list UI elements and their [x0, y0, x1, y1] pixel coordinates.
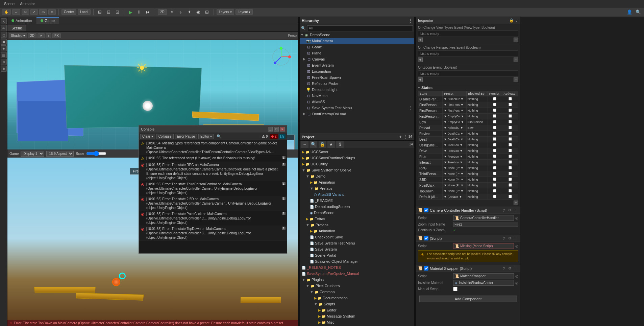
inspector-options-icon[interactable]: ⋮	[515, 18, 518, 23]
state-preset-7[interactable]: ▼ DeathCa ▼	[443, 137, 467, 142]
h-item-reflectionprobe[interactable]: ⊡ ReflectionProbe	[300, 80, 414, 87]
p-item-demoloading[interactable]: 📄 DemoLoadingScreen	[300, 204, 414, 210]
ms-inv-target-icon[interactable]: ◎	[515, 281, 518, 285]
activate-cb-6[interactable]	[509, 132, 512, 135]
h-item-plane[interactable]: ⊡ Plane	[300, 50, 414, 56]
hand-tool-btn[interactable]: ✋	[2, 9, 11, 15]
state-blocked-15[interactable]: Nothing	[466, 183, 488, 188]
p-item-uccsaverruntimepickups[interactable]: ▶ 📁 UCCSaverRuntimePickups	[300, 155, 414, 161]
toolbox-eye[interactable]: ◈	[1, 45, 7, 51]
state-blocked-2[interactable]: Nothing	[466, 108, 488, 114]
toolbox-rotate[interactable]: ↻	[1, 66, 7, 72]
sm-target-icon[interactable]: ◎	[515, 244, 518, 248]
state-activate-4[interactable]	[502, 119, 518, 125]
state-blocked-17[interactable]: Nothing	[466, 194, 488, 200]
hierarchy-search-input[interactable]	[307, 25, 413, 31]
state-preset-11[interactable]: ▼ FreeLoo ▼	[443, 160, 467, 165]
activate-cb-11[interactable]	[509, 160, 512, 164]
view-2d-btn[interactable]: 2D	[158, 9, 167, 15]
console-row-2[interactable]: ⊗ [10:01:35] Error: The state RPG on Mai…	[139, 162, 287, 181]
activate-cb-13[interactable]	[509, 172, 512, 175]
account-btn[interactable]: 👤	[626, 8, 633, 16]
h-item-eventsystem[interactable]: ⊡ EventSystem	[300, 62, 414, 68]
state-preset-8[interactable]: ▼ FreeLoo ▼	[443, 142, 467, 148]
hidden-btn[interactable]: ◉	[195, 8, 202, 16]
layers-btn[interactable]: Layers ▾	[217, 9, 234, 15]
p-item-misc[interactable]: ▶ 📁 Misc	[300, 319, 414, 325]
ms-more-icon[interactable]: ⋮	[514, 266, 518, 271]
h-item-demoscene[interactable]: ◉ DemoScene	[300, 32, 414, 38]
state-blocked-16[interactable]: Nothing	[466, 188, 488, 194]
state-blocked-6[interactable]: Nothing	[466, 131, 488, 137]
state-persist-8[interactable]	[488, 142, 502, 148]
state-preset-14[interactable]: ▼ None (Pr ▼	[443, 177, 467, 183]
persist-cb-9[interactable]	[493, 149, 496, 152]
p-item-uccsaver[interactable]: ▶ 📁 UCCSaver	[300, 149, 414, 155]
state-row-4[interactable]: Bow ▼ EmptyCo ▼ FirstPerson	[418, 119, 518, 125]
activate-cb-7[interactable]	[509, 137, 512, 141]
state-row-3[interactable]: FirstPerson... ▼ EmptyCo ▼ Nothing	[418, 114, 518, 119]
rotate-tool-btn[interactable]: ↻	[22, 9, 29, 15]
p-item-messagesystem[interactable]: ▶ 📁 Message System	[300, 313, 414, 319]
activate-cb-16[interactable]	[509, 189, 512, 192]
state-persist-17[interactable]	[488, 194, 502, 200]
state-preset-9[interactable]: ▼ FreeLoo ▼	[443, 148, 467, 154]
state-persist-3[interactable]	[488, 114, 502, 119]
cch-help-icon[interactable]: ?	[501, 208, 506, 212]
state-preset-2[interactable]: ▼ FirstPers ▼	[443, 108, 467, 114]
p-item-prefabs2[interactable]: ▼ 📁 Prefabs	[300, 222, 414, 228]
space-btn[interactable]: Local	[78, 9, 91, 15]
p-item-sceneportal[interactable]: 📄 Scene Portal	[300, 252, 414, 258]
state-row-6[interactable]: Revive ▼ DeathCa ▼ Nothing	[418, 131, 518, 137]
state-persist-4[interactable]	[488, 119, 502, 125]
state-row-11[interactable]: Interact ▼ FreeLoo ▼ Nothing	[418, 160, 518, 165]
state-blocked-9[interactable]: Nothing	[466, 148, 488, 154]
persist-cb-5[interactable]	[493, 126, 496, 129]
tab-animation[interactable]: Animation	[7, 18, 36, 24]
p-item-animation[interactable]: ▶ 📁 Animation	[300, 179, 414, 185]
ms-help-icon[interactable]: ?	[501, 266, 506, 271]
state-preset-17[interactable]: ▼ (Default ▼	[443, 194, 467, 200]
state-persist-13[interactable]	[488, 171, 502, 177]
scene-subtab[interactable]: Scene	[7, 25, 26, 31]
p-item-documentation[interactable]: ▶ 📁 Documentation	[300, 295, 414, 301]
p-item-manual[interactable]: 📄 SaveSystemForOpsive_Manual	[300, 271, 414, 277]
persist-cb-8[interactable]	[493, 143, 496, 146]
p-item-savetestmenu[interactable]: 📄 Save System Test Menu	[300, 240, 414, 246]
view-2d-scene-btn[interactable]: 2D	[28, 33, 36, 38]
menu-scene[interactable]: Scene	[1, 2, 17, 6]
state-preset-3[interactable]: ▼ EmptyCo ▼	[443, 114, 467, 119]
state-row-10[interactable]: Ride ▼ FreeLoo ▼ Nothing	[418, 154, 518, 160]
console-row-0[interactable]: ⚠ [10:01:34] Missing types referenced fr…	[139, 140, 287, 155]
project-star-btn[interactable]: ★	[327, 141, 335, 148]
state-row-1[interactable]: FirstPerson... ▼ FirstPers ▼ Nothing	[418, 102, 518, 108]
state-activate-15[interactable]	[502, 183, 518, 188]
state-preset-13[interactable]: ▼ None (Pr ▼	[443, 171, 467, 177]
console-editor-btn[interactable]: Editor ▾	[198, 134, 214, 139]
gizmo-btn[interactable]: ⊡	[114, 8, 121, 16]
state-activate-1[interactable]	[502, 102, 518, 108]
persist-cb-14[interactable]	[493, 178, 496, 181]
aspect-select[interactable]: 16:9 Aspect	[46, 151, 74, 157]
state-activate-9[interactable]	[502, 148, 518, 154]
state-persist-6[interactable]	[488, 131, 502, 137]
console-row-3[interactable]: ⊗ [10:01:35] Error: The state ThirdPerso…	[139, 181, 287, 196]
activate-cb-5[interactable]	[509, 126, 512, 129]
project-search-btn[interactable]: 🔍	[310, 141, 317, 148]
persist-cb-11[interactable]	[493, 160, 496, 164]
state-persist-0[interactable]	[488, 96, 502, 102]
project-options-icon[interactable]: ⋮	[403, 135, 407, 139]
p-item-extras[interactable]: ▶ 📁 Extras	[300, 216, 414, 222]
state-preset-5[interactable]: ▼ ReloadC ▼	[443, 125, 467, 131]
h-item-atlasss[interactable]: ⊡ AtlasSS	[300, 99, 414, 105]
state-row-15[interactable]: PointClick ▼ None (Pr ▼ Nothing	[418, 183, 518, 188]
project-add-icon[interactable]: +	[399, 135, 402, 139]
state-blocked-13[interactable]: Nothing	[466, 171, 488, 177]
sm-help-icon[interactable]: ?	[501, 236, 506, 240]
hierarchy-options-icon[interactable]: ⋮	[408, 18, 412, 23]
p-item-animation2[interactable]: ▶ 📁 Animation	[300, 228, 414, 234]
audio-btn[interactable]: ♪	[177, 8, 184, 16]
state-preset-12[interactable]: ▼ None (Pr ▼	[443, 165, 467, 171]
h-more-btn[interactable]: ⋮	[408, 105, 413, 111]
effect-btn[interactable]: ✦	[186, 8, 193, 16]
